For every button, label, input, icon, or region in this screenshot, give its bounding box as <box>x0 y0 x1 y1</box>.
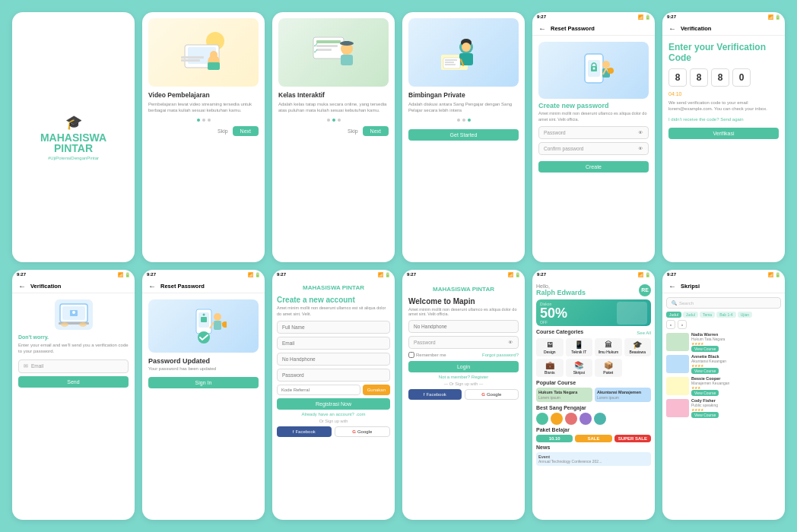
forgot-password-link[interactable]: Forgot password? <box>482 353 519 357</box>
code-box-2[interactable]: 8 <box>690 68 708 87</box>
cat-bisnis-icon: 💼 <box>538 361 561 369</box>
dot-3 <box>208 119 211 122</box>
cat-paket-icon: 📦 <box>597 361 620 369</box>
reset-pw-back-icon[interactable]: ← <box>148 282 156 290</box>
register-google-btn[interactable]: G Google <box>335 426 391 437</box>
teacher-3[interactable] <box>565 413 577 425</box>
view-course-btn-1[interactable]: View Course <box>691 346 719 352</box>
see-all-categories[interactable]: See All <box>637 331 651 335</box>
password-input[interactable]: Password 👁 <box>538 126 649 139</box>
cat-beasiswa-label: Beasiswa <box>627 350 649 354</box>
fullname-input[interactable] <box>277 321 390 334</box>
code-box-4[interactable]: 0 <box>732 68 751 87</box>
verify-top-status-bar: 9:27 📶 🔋 <box>662 12 785 22</box>
resend-link[interactable]: I didn't receive the code? Send again <box>668 117 779 122</box>
referral-row: Gunakan <box>277 385 390 395</box>
tag-judul[interactable]: Judul <box>666 312 681 318</box>
email-field-verify[interactable]: ✉ Email <box>18 359 129 373</box>
cat-paket-label: Paket <box>597 370 620 375</box>
sign-in-btn[interactable]: Sign In <box>148 377 259 388</box>
skripsi-info-2: Annette Black Akuntansi Keuangan ★★★★ Vi… <box>691 354 781 374</box>
code-box-1[interactable]: 8 <box>668 68 687 87</box>
register-btn[interactable]: Registrasi Now <box>277 398 390 410</box>
referral-input[interactable] <box>277 385 360 395</box>
password-input-login[interactable]: Password 👁 <box>408 336 519 349</box>
verify-bot-back-icon[interactable]: ← <box>18 282 26 290</box>
teacher-5[interactable] <box>594 413 606 425</box>
cat-bisnis[interactable]: 💼 Bisnis <box>536 359 564 377</box>
video-skip-btn[interactable]: Skip <box>218 126 228 136</box>
teacher-2[interactable] <box>551 413 563 425</box>
create-btn[interactable]: Create <box>538 161 649 173</box>
create-pw-back-icon[interactable]: ← <box>538 24 546 33</box>
create-pw-title: Create new password <box>538 102 649 109</box>
kelas-skip-btn[interactable]: Skip <box>348 126 358 136</box>
register-link-text[interactable]: Register <box>472 375 488 379</box>
google-icon: G <box>352 429 356 434</box>
code-box-3[interactable]: 8 <box>711 68 729 87</box>
sale-super[interactable]: SUPER SALE <box>614 435 651 442</box>
cat-paket[interactable]: 📦 Paket <box>595 359 622 377</box>
login-google-btn[interactable]: G Google <box>465 389 519 400</box>
cat-design[interactable]: 🖥 Design <box>536 338 564 356</box>
logo-title-line2: PINTAR <box>54 143 93 154</box>
next-page-btn[interactable]: › <box>678 320 687 329</box>
video-next-btn[interactable]: Next <box>233 126 259 136</box>
tag-judul2[interactable]: Judul <box>683 312 698 318</box>
teacher-4[interactable] <box>579 413 592 425</box>
tag-bab[interactable]: Bab 1-4 <box>716 312 736 318</box>
login-facebook-btn[interactable]: f Facebook <box>408 389 462 400</box>
card-video-body: Video Pembelajaran Pembelajaran lewat vi… <box>142 12 265 262</box>
tag-ujian[interactable]: Ujian <box>738 312 752 318</box>
remember-me-checkbox[interactable] <box>408 352 414 358</box>
cat-beasiswa[interactable]: 🎓 Beasiswa <box>624 338 652 356</box>
dash-time: 9:27 <box>537 272 546 277</box>
cat-hukum-icon: 🏛 <box>597 340 620 349</box>
reset-pw-header: ← Reset Password <box>142 280 265 293</box>
password-input-reg[interactable] <box>277 369 390 382</box>
view-course-btn-2[interactable]: View Course <box>691 368 719 374</box>
news-item[interactable]: Event Annual Technology Conference 202..… <box>536 452 651 466</box>
cat-teknik[interactable]: 📱 Teknik IT <box>566 338 593 356</box>
login-btn[interactable]: Login <box>408 361 519 372</box>
course-2[interactable]: Akuntansi Manajemen Lorem ipsum <box>595 388 651 402</box>
sale-1010[interactable]: 10.10 <box>536 435 573 442</box>
skripsi-back-icon[interactable]: ← <box>668 282 676 290</box>
login-link-text[interactable]: .com <box>356 412 366 416</box>
pw-updated-svg <box>181 306 227 347</box>
referral-btn[interactable]: Gunakan <box>363 385 390 395</box>
facebook-icon: f <box>293 429 294 434</box>
sale-sale[interactable]: SALE <box>575 435 611 442</box>
dot-1 <box>197 119 200 122</box>
cat-bisnis-label: Bisnis <box>538 370 561 375</box>
register-facebook-btn[interactable]: f Facebook <box>277 426 332 437</box>
send-btn[interactable]: Send <box>18 376 129 388</box>
bimbingan-title: Bimbingan Private <box>408 91 519 99</box>
tag-row: Judul Judul Tema Bab 1-4 Ujian <box>666 312 781 318</box>
course-1[interactable]: Hukum Tata Negara Lorem ipsum <box>536 388 592 402</box>
teacher-1[interactable] <box>536 413 548 425</box>
verify-top-back-icon[interactable]: ← <box>668 24 676 33</box>
verify-bot-status-bar: 9:27 📶 🔋 <box>12 270 135 280</box>
tag-tema[interactable]: Tema <box>700 312 715 318</box>
kelas-next-btn[interactable]: Next <box>363 126 389 136</box>
cat-hukum[interactable]: 🏛 Ilmu Hukum <box>595 338 622 356</box>
skripsi-search[interactable]: 🔍 Search <box>666 297 781 309</box>
confirm-password-input[interactable]: Confirm password 👁 <box>538 142 649 155</box>
dot-k1 <box>327 119 330 122</box>
cat-bimbingan[interactable]: 📚 Skripsi <box>566 359 593 377</box>
verifikasi-btn[interactable]: Verifikasi <box>668 128 779 139</box>
phone-input-login[interactable] <box>408 320 519 333</box>
view-course-btn-3[interactable]: View Course <box>691 390 719 396</box>
video-title: Video Pembelajaran <box>148 91 259 99</box>
get-started-btn[interactable]: Get Started <box>408 129 519 141</box>
laptop-icon <box>59 302 89 327</box>
paket-title: Paket Belajar <box>536 427 651 432</box>
phone-input-reg[interactable] <box>277 353 390 366</box>
register-time: 9:27 <box>277 272 286 277</box>
user-avatar: RE <box>639 284 651 296</box>
email-input-reg[interactable] <box>277 337 390 350</box>
sale-badges: 10.10 SALE SUPER SALE <box>536 435 651 442</box>
prev-page-btn[interactable]: ‹ <box>666 320 675 329</box>
view-course-btn-4[interactable]: View Course <box>691 412 719 418</box>
